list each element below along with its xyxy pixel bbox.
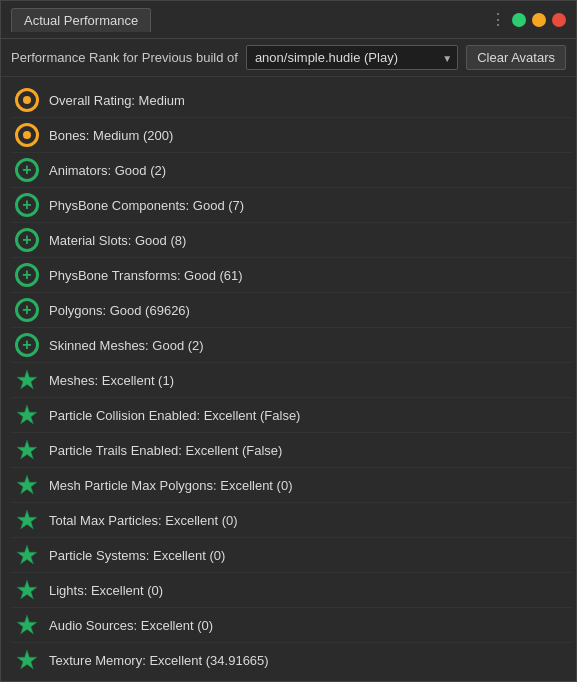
list-item: Mesh Particle Max Polygons: Excellent (0…	[11, 468, 572, 503]
maximize-button[interactable]	[532, 13, 546, 27]
toolbar: Performance Rank for Previous build of a…	[1, 39, 576, 77]
close-button[interactable]	[552, 13, 566, 27]
excellent-rating-icon	[15, 578, 39, 602]
item-label: Particle Collision Enabled: Excellent (F…	[49, 408, 300, 423]
list-item: Texture Memory: Excellent (34.91665)	[11, 643, 572, 677]
item-label: Animators: Good (2)	[49, 163, 166, 178]
item-label: Meshes: Excellent (1)	[49, 373, 174, 388]
list-item: Bones: Medium (200)	[11, 118, 572, 153]
avatar-dropdown[interactable]: anon/simple.hudie (Play)	[246, 45, 458, 70]
item-label: Bones: Medium (200)	[49, 128, 173, 143]
list-item: Overall Rating: Medium	[11, 83, 572, 118]
medium-rating-icon	[15, 123, 39, 147]
excellent-rating-icon	[15, 613, 39, 637]
good-rating-icon	[15, 333, 39, 357]
clear-avatars-button[interactable]: Clear Avatars	[466, 45, 566, 70]
excellent-rating-icon	[15, 508, 39, 532]
list-item: Animators: Good (2)	[11, 153, 572, 188]
list-item: Meshes: Excellent (1)	[11, 363, 572, 398]
item-label: Overall Rating: Medium	[49, 93, 185, 108]
excellent-rating-icon	[15, 403, 39, 427]
item-label: Particle Systems: Excellent (0)	[49, 548, 225, 563]
window-title-tab: Actual Performance	[11, 8, 151, 32]
rank-label: Performance Rank for Previous build of	[11, 50, 238, 65]
good-rating-icon	[15, 228, 39, 252]
item-label: Mesh Particle Max Polygons: Excellent (0…	[49, 478, 292, 493]
item-label: PhysBone Transforms: Good (61)	[49, 268, 243, 283]
good-rating-icon	[15, 298, 39, 322]
item-label: Audio Sources: Excellent (0)	[49, 618, 213, 633]
list-item: Particle Collision Enabled: Excellent (F…	[11, 398, 572, 433]
list-item: Particle Trails Enabled: Excellent (Fals…	[11, 433, 572, 468]
menu-dots-icon[interactable]: ⋮	[490, 10, 506, 29]
title-bar-controls: ⋮	[490, 10, 566, 29]
item-label: PhysBone Components: Good (7)	[49, 198, 244, 213]
excellent-rating-icon	[15, 438, 39, 462]
list-item: Total Max Particles: Excellent (0)	[11, 503, 572, 538]
performance-list: Overall Rating: MediumBones: Medium (200…	[1, 77, 576, 681]
excellent-rating-icon	[15, 368, 39, 392]
title-bar: Actual Performance ⋮	[1, 1, 576, 39]
list-item: PhysBone Transforms: Good (61)	[11, 258, 572, 293]
main-window: Actual Performance ⋮ Performance Rank fo…	[0, 0, 577, 682]
item-label: Total Max Particles: Excellent (0)	[49, 513, 238, 528]
item-label: Material Slots: Good (8)	[49, 233, 186, 248]
list-item: Polygons: Good (69626)	[11, 293, 572, 328]
item-label: Polygons: Good (69626)	[49, 303, 190, 318]
list-item: Material Slots: Good (8)	[11, 223, 572, 258]
excellent-rating-icon	[15, 543, 39, 567]
list-item: Lights: Excellent (0)	[11, 573, 572, 608]
list-item: PhysBone Components: Good (7)	[11, 188, 572, 223]
minimize-button[interactable]	[512, 13, 526, 27]
excellent-rating-icon	[15, 648, 39, 672]
item-label: Particle Trails Enabled: Excellent (Fals…	[49, 443, 282, 458]
window-title: Actual Performance	[24, 13, 138, 28]
excellent-rating-icon	[15, 473, 39, 497]
item-label: Skinned Meshes: Good (2)	[49, 338, 204, 353]
list-item: Audio Sources: Excellent (0)	[11, 608, 572, 643]
item-label: Texture Memory: Excellent (34.91665)	[49, 653, 269, 668]
good-rating-icon	[15, 158, 39, 182]
item-label: Lights: Excellent (0)	[49, 583, 163, 598]
list-item: Particle Systems: Excellent (0)	[11, 538, 572, 573]
good-rating-icon	[15, 193, 39, 217]
medium-rating-icon	[15, 88, 39, 112]
list-item: Skinned Meshes: Good (2)	[11, 328, 572, 363]
dropdown-wrapper: anon/simple.hudie (Play) ▼	[246, 45, 458, 70]
good-rating-icon	[15, 263, 39, 287]
